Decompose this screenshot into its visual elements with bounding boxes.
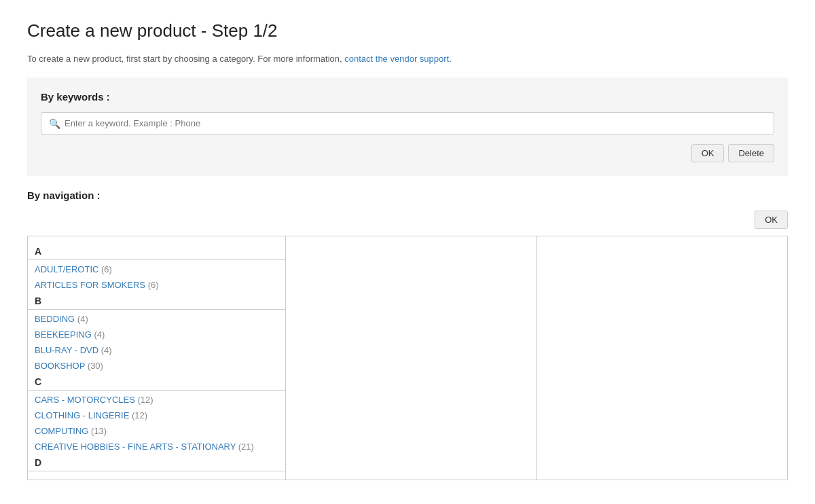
intro-text: To create a new product, first start by …	[27, 54, 788, 64]
nav-item[interactable]: CARS - MOTORCYCLES (12)	[28, 392, 285, 408]
nav-col-2	[286, 236, 537, 480]
search-container: 🔍	[41, 112, 774, 134]
vendor-support-link[interactable]: contact the vendor support	[344, 54, 449, 64]
nav-col-3	[537, 236, 787, 480]
nav-item[interactable]: COMPUTING (13)	[28, 423, 285, 439]
nav-letter-C: C	[28, 374, 285, 391]
keywords-delete-button[interactable]: Delete	[728, 144, 774, 162]
navigation-label: By navigation :	[27, 190, 788, 201]
nav-item[interactable]: BEDDING (4)	[28, 311, 285, 327]
nav-letter-D: D	[28, 454, 285, 471]
nav-item[interactable]: CLOTHING - LINGERIE (12)	[28, 408, 285, 423]
intro-text-after: .	[449, 54, 452, 64]
keywords-label: By keywords :	[41, 91, 774, 103]
search-icon: 🔍	[49, 118, 60, 129]
intro-text-before: To create a new product, first start by …	[27, 54, 344, 64]
nav-ok-button[interactable]: OK	[755, 211, 788, 229]
nav-item[interactable]: ADULT/EROTIC (6)	[28, 262, 285, 277]
nav-item[interactable]: CREATIVE HOBBIES - FINE ARTS - STATIONAR…	[28, 439, 285, 454]
nav-item[interactable]: BLU-RAY - DVD (4)	[28, 342, 285, 358]
nav-col-1: AADULT/EROTIC (6)ARTICLES FOR SMOKERS (6…	[28, 236, 286, 480]
keywords-button-row: OK Delete	[41, 144, 774, 162]
nav-ok-row: OK	[27, 211, 788, 229]
keywords-ok-button[interactable]: OK	[691, 144, 725, 162]
keywords-section: By keywords : 🔍 OK Delete	[27, 77, 788, 176]
nav-item[interactable]: BEEKEEPING (4)	[28, 327, 285, 342]
keyword-search-input[interactable]	[41, 112, 774, 134]
navigation-section: By navigation : OK AADULT/EROTIC (6)ARTI…	[27, 176, 788, 480]
nav-letter-B: B	[28, 293, 285, 310]
nav-letter-A: A	[28, 243, 285, 260]
page-wrapper: Create a new product - Step 1/2 To creat…	[0, 0, 815, 501]
nav-item[interactable]: ARTICLES FOR SMOKERS (6)	[28, 277, 285, 293]
nav-grid: AADULT/EROTIC (6)ARTICLES FOR SMOKERS (6…	[27, 236, 788, 480]
page-title: Create a new product - Step 1/2	[27, 20, 788, 41]
nav-item[interactable]: BOOKSHOP (30)	[28, 358, 285, 374]
